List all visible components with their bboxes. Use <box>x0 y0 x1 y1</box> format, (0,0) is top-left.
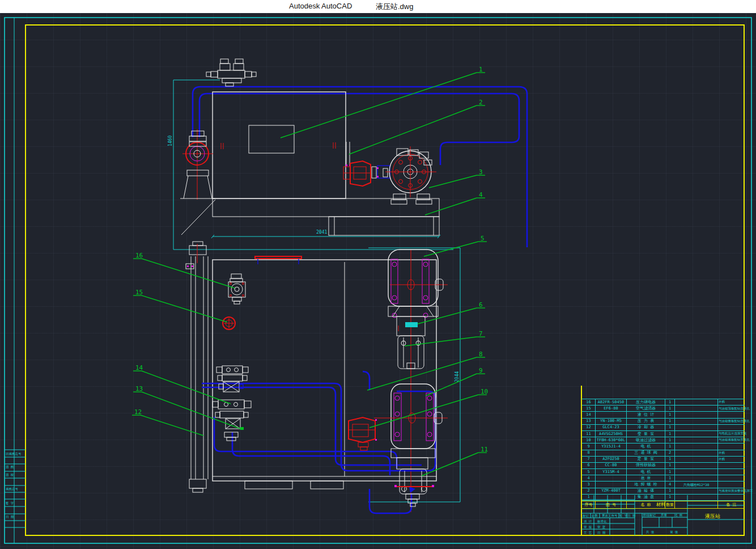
aux-pump-red[interactable] <box>349 417 377 450</box>
leader-number[interactable]: 11 <box>481 446 488 453</box>
leader-number[interactable]: 1 <box>479 66 483 73</box>
parts-row: 3地 脚 螺 栓4六角螺栓M12*30 <box>582 482 745 488</box>
leader-number[interactable]: 15 <box>135 289 143 296</box>
main-pump-front[interactable] <box>343 161 371 186</box>
oil-tank-front[interactable] <box>213 92 346 199</box>
parts-cell-qty: 2 <box>665 450 675 456</box>
parts-cell-name: 弹性联轴器 <box>627 463 665 468</box>
svg-text:日 期: 日 期 <box>627 514 636 518</box>
parts-row: 13YN-100-M5压 力 表1与油箱侧板配钻连接孔 <box>582 419 745 425</box>
col-qty: 数量 <box>665 501 675 508</box>
valve-assembly-top[interactable] <box>206 59 256 86</box>
parts-cell-note <box>718 495 745 500</box>
tank-cover-plate[interactable] <box>249 125 294 153</box>
leader-number[interactable]: 14 <box>135 364 143 371</box>
parts-cell-qty: 1 <box>665 412 675 417</box>
air-breather[interactable] <box>228 274 245 304</box>
leader-line[interactable] <box>426 374 477 396</box>
pipe-top-inner[interactable] <box>199 94 519 165</box>
leader-number[interactable]: 3 <box>479 168 483 176</box>
motor-1-plan[interactable] <box>388 250 448 369</box>
leader-number[interactable]: 4 <box>479 191 483 199</box>
parts-cell-note: 外购 <box>718 399 745 405</box>
svg-text:共 张: 共 张 <box>645 530 655 534</box>
parts-cell-code <box>596 450 627 456</box>
leader-line[interactable] <box>429 175 477 188</box>
svg-text:签 字: 签 字 <box>619 514 628 518</box>
parts-cell-mat <box>675 450 718 456</box>
col-code: 图 号 <box>596 501 627 508</box>
parts-cell-mat <box>675 406 718 411</box>
parts-cell-no: 5 <box>582 469 596 475</box>
leader-number[interactable]: 7 <box>479 330 483 337</box>
svg-text:设 计: 设 计 <box>584 520 592 523</box>
parts-cell-note <box>718 469 745 475</box>
leader-line[interactable] <box>425 198 477 215</box>
leader-number[interactable]: 5 <box>481 235 485 242</box>
parts-cell-code: TFBH-630*60L <box>596 437 627 443</box>
cooler-rail[interactable] <box>186 242 208 492</box>
leader-line[interactable] <box>349 105 477 154</box>
base-frame[interactable] <box>213 199 439 217</box>
parts-cell-code <box>596 475 627 481</box>
parts-cell-note <box>718 463 745 468</box>
dim-top-width: 2041 <box>316 230 327 235</box>
leader-number[interactable]: 13 <box>135 385 143 392</box>
main-motor-front[interactable] <box>385 146 436 204</box>
leader-line[interactable] <box>369 395 478 428</box>
coupling-plan[interactable] <box>405 322 418 327</box>
parts-cell-note: 外购 <box>718 457 745 462</box>
svg-text:处数: 处数 <box>592 514 598 518</box>
leader-line[interactable] <box>418 308 477 324</box>
parts-cell-code: YZM-400T <box>596 488 627 494</box>
leader-line[interactable] <box>142 295 227 322</box>
leader-number[interactable]: 10 <box>481 388 488 395</box>
parts-cell-code: Y315J1-4 <box>596 444 627 449</box>
parts-list: 16AB2FR-S0450压力继电器1外购15EF6-80空气滤清器1与油箱顶板… <box>581 399 744 509</box>
leader-line[interactable] <box>424 242 478 256</box>
leader-line[interactable] <box>141 415 203 436</box>
parts-cell-name: 集 油 盘 <box>627 495 665 500</box>
leader-number[interactable]: 12 <box>134 408 142 416</box>
parts-cell-note <box>718 444 745 449</box>
tank-edge-fitting[interactable] <box>255 256 301 259</box>
drawing-canvas[interactable]: 旧底图总号描 图描 校底图总号签 字日 期 <box>0 13 756 549</box>
parts-cell-mat <box>675 444 718 449</box>
svg-text:阶段标记: 阶段标记 <box>643 513 656 517</box>
svg-text:工 艺: 工 艺 <box>584 531 592 534</box>
parts-cell-qty: 1 <box>665 399 675 405</box>
parts-row: 15EF6-80空气滤清器1与油箱顶板配钻连接孔 <box>582 406 745 412</box>
svg-text:比 例: 比 例 <box>674 513 682 517</box>
parts-cell-code: AB2FR-S0450 <box>596 399 627 405</box>
margin-row-label: 日 期 <box>6 515 14 519</box>
leader-number[interactable]: 2 <box>479 99 483 106</box>
parts-cell-qty: 1 <box>665 457 675 462</box>
bottom-view[interactable] <box>186 242 460 513</box>
leader-number[interactable]: 6 <box>479 301 483 309</box>
parts-cell-mat <box>675 412 718 417</box>
top-view[interactable] <box>173 59 527 250</box>
parts-cell-code <box>596 412 627 417</box>
leader-line[interactable] <box>281 73 477 138</box>
leader-number[interactable]: 9 <box>479 367 483 374</box>
leader-number[interactable]: 16 <box>135 252 143 259</box>
parts-cell-qty: 1 <box>665 437 675 443</box>
leader-line[interactable] <box>142 392 242 429</box>
valve-manifold[interactable] <box>213 366 251 441</box>
parts-cell-code: EF6-80 <box>596 406 627 411</box>
leader-line[interactable] <box>422 453 478 476</box>
parts-cell-name: 空气滤清器 <box>627 406 665 411</box>
parts-cell-code <box>596 495 627 500</box>
parts-row: 14液 位 计1 <box>582 412 745 418</box>
parts-row: 8三 通 球 阀2外购 <box>582 450 745 457</box>
leader-line[interactable] <box>405 337 477 346</box>
level-gauge[interactable] <box>223 317 235 330</box>
parts-row: 16AB2FR-S0450压力继电器1外购 <box>582 399 745 406</box>
parts-cell-no: 4 <box>582 475 596 481</box>
return-filter-unit[interactable] <box>180 129 215 235</box>
oil-tank-plan[interactable] <box>213 260 436 481</box>
svg-text:审 定: 审 定 <box>597 525 606 529</box>
leader-line[interactable] <box>142 259 235 288</box>
leader-number[interactable]: 8 <box>479 350 483 358</box>
parts-cell-code: CC-80 <box>596 463 627 468</box>
